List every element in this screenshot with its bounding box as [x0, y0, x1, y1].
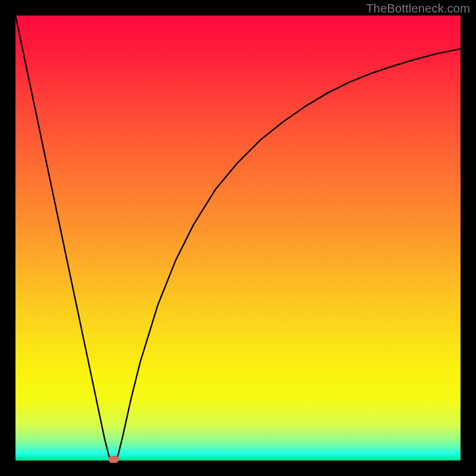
- curve-layer: [15, 15, 461, 461]
- bottleneck-curve: [15, 15, 461, 461]
- chart-frame: TheBottleneck.com: [0, 0, 476, 476]
- plot-area: [15, 15, 461, 461]
- dip-marker: [108, 456, 119, 463]
- attribution-text: TheBottleneck.com: [366, 2, 470, 15]
